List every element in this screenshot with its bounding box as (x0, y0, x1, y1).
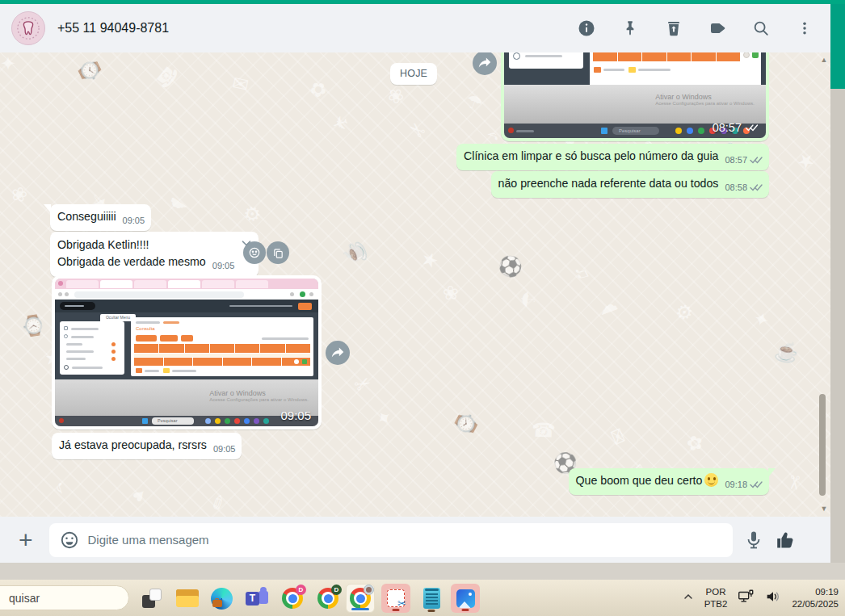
chrome-profile1-icon[interactable]: D (280, 585, 305, 611)
thumbs-up-icon[interactable] (775, 530, 797, 551)
message-input-wrap[interactable] (49, 523, 733, 557)
message-meta: 09:18 (725, 477, 763, 492)
chrome-profile2-icon[interactable]: D (315, 585, 341, 611)
shot-desktop: Ativar o Windows Acesse Configurações pa… (504, 85, 766, 124)
smiley-emoji (704, 473, 718, 487)
message-sent-2[interactable]: não preenche nada referente data ou todo… (491, 171, 769, 198)
pin-icon[interactable] (620, 19, 640, 38)
scrollbar-thumb[interactable] (819, 394, 826, 496)
message-meta: 09:05 (213, 442, 236, 457)
network-icon[interactable] (737, 588, 755, 609)
message-meta: 09:05 (123, 213, 145, 228)
taskbar-search-box[interactable]: quisar (0, 585, 129, 610)
message-text: Já estava preocupada, rsrsrs (59, 438, 207, 451)
volume-icon[interactable] (764, 588, 782, 609)
message-text-line2: Obrigada de verdade mesmo09:05 (57, 254, 234, 270)
attention-indicator (462, 609, 469, 611)
attach-plus-button[interactable]: + (14, 528, 38, 552)
message-text: Conseguiiiii (57, 210, 116, 223)
top-accent-bar (0, 0, 845, 4)
message-meta: 08:57 (725, 153, 763, 168)
message-image-received[interactable]: Ocultar Menu Consulta (52, 275, 322, 430)
system-tray: PORPTB2 09:1922/05/2025 (682, 580, 839, 616)
info-icon[interactable] (577, 19, 596, 38)
message-sent-3[interactable]: Que boom que deu certo09:18 (569, 468, 770, 495)
label-icon[interactable] (708, 19, 727, 38)
teams-icon[interactable]: T (244, 585, 270, 611)
shot-browser-tabs (55, 279, 318, 289)
microphone-icon[interactable] (744, 530, 763, 551)
shot-main: Consulta (131, 317, 313, 376)
windows-taskbar: quisar T (0, 580, 845, 616)
whatsapp-window: +55 11 94049-8781 (0, 4, 830, 563)
message-received-2[interactable]: Obrigada Ketlin!!!! Obrigada de verdade … (50, 232, 259, 277)
background-window-gray (830, 89, 845, 580)
background-window-teal (830, 0, 845, 89)
scroll-down-arrow[interactable]: ▼ (819, 505, 829, 512)
forward-arrow-icon (331, 347, 344, 358)
attention-indicator (393, 609, 400, 611)
forward-message-button[interactable] (473, 52, 497, 75)
chrome-active-icon[interactable] (346, 584, 375, 613)
active-indicator (428, 610, 435, 612)
sent-screenshot[interactable]: Ativar o Windows Acesse Configurações pa… (504, 52, 766, 138)
message-received-1[interactable]: Conseguiiiii09:05 (50, 204, 151, 231)
chat-header: +55 11 94049-8781 (0, 4, 830, 52)
message-image-sent[interactable]: Ativar o Windows Acesse Configurações pa… (501, 52, 769, 141)
double-check-icon (750, 183, 763, 192)
tooth-logo-icon (16, 16, 40, 40)
image-timestamp: 08:57 (713, 121, 759, 134)
smiley-react-icon (248, 246, 261, 259)
clock-date[interactable]: 09:1922/05/2025 (792, 586, 839, 610)
message-text: não preenche nada referente data ou todo… (498, 177, 719, 190)
message-composer: + (0, 517, 830, 563)
message-text-line1: Obrigada Ketlin!!!! (57, 237, 234, 254)
forward-arrow-icon (478, 57, 491, 69)
active-indicator (351, 608, 369, 610)
edge-browser-icon[interactable] (208, 585, 234, 611)
language-indicator[interactable]: PORPTB2 (704, 586, 728, 610)
task-view-icon[interactable] (139, 585, 165, 611)
desktop-screen: +55 11 94049-8781 (0, 0, 845, 616)
double-check-icon (745, 124, 759, 132)
header-actions (577, 19, 814, 38)
message-input[interactable] (88, 533, 723, 547)
snipping-tool-icon[interactable]: ✂ (381, 584, 410, 613)
contact-avatar[interactable] (11, 11, 45, 45)
received-screenshot[interactable]: Ocultar Menu Consulta (55, 279, 318, 426)
image-timestamp: 09:05 (280, 409, 311, 422)
chat-scroll-area[interactable]: ✦♪☁✈❀⚽✉☕⌚♥⚙✂☂♫✿★☎✏✦♪☁✈❀⚽✉☕⌚♥⚙✂☂♫✿★☎✏✦♪☁✈… (0, 52, 830, 517)
message-text: Clínica em limpar e só busca pelo número… (464, 149, 718, 162)
scroll-up-arrow[interactable]: ▲ (819, 57, 829, 63)
shot-sidebar (60, 321, 124, 375)
shot-app-body: Ocultar Menu Consulta (55, 312, 318, 379)
message-meta: 08:58 (725, 180, 763, 195)
photos-app-icon[interactable] (451, 584, 480, 613)
file-explorer-icon[interactable] (174, 585, 200, 611)
shot-taskbar: Pesquisar (55, 416, 318, 426)
message-sent-1[interactable]: Clínica em limpar e só busca pelo número… (456, 144, 769, 170)
shot-app-frame (504, 52, 766, 85)
delete-icon[interactable] (664, 19, 683, 38)
window-bottom-edge (0, 563, 845, 580)
tray-chevron-up-icon[interactable] (682, 590, 695, 606)
message-received-3[interactable]: Já estava preocupada, rsrsrs09:05 (52, 433, 242, 459)
react-emoji-button[interactable] (243, 241, 266, 264)
message-text: Que boom que deu certo (576, 474, 703, 487)
copy-button[interactable] (267, 241, 289, 264)
double-check-icon (750, 156, 763, 165)
shot-desktop: Ativar o Windows Acesse Configurações pa… (55, 379, 318, 416)
copy-icon (272, 247, 284, 259)
shot-sidebar-card (509, 52, 583, 69)
forward-message-button[interactable] (326, 341, 350, 365)
sticker-emoji-icon[interactable] (59, 530, 80, 551)
contact-phone-title[interactable]: +55 11 94049-8781 (57, 21, 169, 36)
double-check-icon (750, 480, 763, 489)
date-separator: HOJE (390, 63, 437, 85)
shot-main-panel (590, 52, 761, 85)
notes-app-icon[interactable] (418, 585, 444, 611)
message-meta: 09:05 (212, 258, 235, 274)
menu-kebab-icon[interactable] (795, 19, 814, 38)
shot-url-bar (55, 289, 318, 300)
search-icon[interactable] (751, 19, 771, 38)
